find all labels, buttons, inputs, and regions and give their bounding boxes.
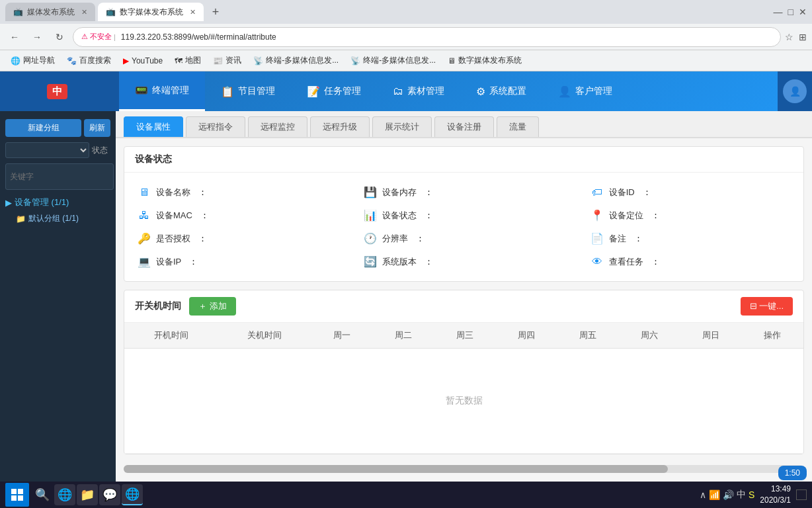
sidebar: 新建分组 刷新 状态 搜索 ▶ 设备管理 (1/1) 📁 <box>0 111 116 482</box>
back-button[interactable]: ← <box>5 28 24 46</box>
bookmark-wangzhi[interactable]: 🌐 网址导航 <box>5 52 60 69</box>
bookmarks-bar: 🌐 网址导航 🐾 百度搜索 ▶ YouTube 🗺 地图 📰 资讯 📡 终端-多… <box>0 50 812 71</box>
group-expand-icon: ▶ <box>5 198 12 208</box>
new-group-button[interactable]: 新建分组 <box>5 119 81 137</box>
address-bar[interactable]: ⚠ 不安全 | 119.23.220.53:8899/web/#/termina… <box>73 27 781 47</box>
field-system-version: 🔄 系统版本 ： <box>350 250 577 273</box>
colon-1: ： <box>198 187 207 198</box>
tab-bar: 📺 媒体发布系统 ✕ 📺 数字媒体发布系统 ✕ + — □ ✕ <box>0 0 812 24</box>
bookmark-digital-media[interactable]: 🖥 数字媒体发布系统 <box>442 52 527 69</box>
sidebar-item-default-group[interactable]: 📁 默认分组 (1/1) <box>5 211 110 226</box>
device-status-grid: 🖥 设备名称 ： 💾 设备内存 ： 🏷 设备ID ： <box>124 173 803 281</box>
network-icon[interactable]: 📶 <box>709 489 720 500</box>
volume-icon[interactable]: 🔊 <box>723 489 734 500</box>
bookmark-baidu[interactable]: 🐾 百度搜索 <box>61 52 116 69</box>
search-input[interactable] <box>5 163 114 190</box>
device-ip-icon: 💻 <box>138 255 151 268</box>
nav-tab-task[interactable]: 📝 任务管理 <box>291 71 377 111</box>
content-area: 设备属性 远程指令 远程监控 远程升级 展示统计 设备注册 流量 设备状态 🖥 … <box>116 111 812 482</box>
th-mon: 周一 <box>311 323 373 349</box>
nav-tab-sysconfig[interactable]: ⚙ 系统配置 <box>460 71 542 111</box>
taskbar-clock[interactable]: 13:49 2020/3/1 <box>760 484 791 506</box>
ime-icon[interactable]: S <box>749 489 754 500</box>
sysconfig-icon: ⚙ <box>476 85 485 98</box>
power-schedule-title: 开关机时间 <box>135 300 181 312</box>
sub-tab-device-attr[interactable]: 设备属性 <box>124 116 183 137</box>
sub-tab-remote-cmd[interactable]: 远程指令 <box>186 116 245 137</box>
address-bar-row: ← → ↻ ⚠ 不安全 | 119.23.220.53:8899/web/#/t… <box>0 24 812 50</box>
taskbar-right: ∧ 📶 🔊 中 S 13:49 2020/3/1 <box>700 484 807 506</box>
bookmark-baidu-icon: 🐾 <box>67 56 77 65</box>
bookmark-terminal1[interactable]: 📡 终端-多媒体信息发... <box>248 52 344 69</box>
nav-tab-program-label: 节目管理 <box>238 85 275 97</box>
taskbar-wechat[interactable]: 💬 <box>99 484 120 505</box>
taskbar-search[interactable]: 🔍 <box>32 484 53 505</box>
taskbar-task-view[interactable]: 🌐 <box>54 484 75 505</box>
colon-2: ： <box>425 187 433 198</box>
device-management-group[interactable]: ▶ 设备管理 (1/1) <box>5 196 110 208</box>
field-device-ip: 💻 设备IP ： <box>124 250 350 273</box>
delete-all-button[interactable]: ⊟ 一键... <box>741 297 793 316</box>
th-thu: 周四 <box>496 323 557 349</box>
th-operation: 操作 <box>742 323 803 349</box>
power-schedule-header: 开关机时间 ＋ 添加 ⊟ 一键... <box>124 290 803 323</box>
tray-expand-icon[interactable]: ∧ <box>700 489 706 500</box>
bookmark-news-label: 资讯 <box>225 55 241 66</box>
tab-2-close[interactable]: ✕ <box>190 8 196 17</box>
tab-1-close[interactable]: ✕ <box>81 8 87 17</box>
clock-time: 13:49 <box>760 484 791 495</box>
security-warning: ⚠ 不安全 | <box>81 32 116 42</box>
system-version-icon: 🔄 <box>364 255 377 268</box>
refresh-button[interactable]: 刷新 <box>84 119 110 137</box>
nav-tab-terminal[interactable]: 📟 终端管理 <box>119 71 205 111</box>
empty-data-text: 暂无数据 <box>132 355 795 446</box>
close-button[interactable]: ✕ <box>799 7 807 17</box>
reload-button[interactable]: ↻ <box>50 28 69 46</box>
sub-tab-display-stats[interactable]: 展示统计 <box>372 116 432 137</box>
taskbar-file-explorer[interactable]: 📁 <box>77 484 98 505</box>
tab-2[interactable]: 📺 数字媒体发布系统 ✕ <box>98 3 204 21</box>
top-nav: 中 📟 终端管理 📋 节目管理 📝 任务管理 🗂 素材管理 ⚙ 系统配置 <box>0 71 812 111</box>
input-method[interactable]: 中 <box>737 489 746 501</box>
new-tab-button[interactable]: + <box>206 3 225 21</box>
notification-bubble: 1:50 <box>778 466 807 480</box>
sub-tab-remote-upgrade[interactable]: 远程升级 <box>310 116 370 137</box>
nav-tab-program[interactable]: 📋 节目管理 <box>205 71 291 111</box>
tab-1-label: 媒体发布系统 <box>27 7 75 18</box>
extensions-icon[interactable]: ⊞ <box>799 32 807 42</box>
security-label: 不安全 <box>90 32 112 42</box>
device-status-card: 设备状态 🖥 设备名称 ： 💾 设备内存 ： <box>124 146 804 282</box>
sub-tab-device-reg[interactable]: 设备注册 <box>434 116 494 137</box>
bookmark-star[interactable]: ☆ <box>785 32 793 42</box>
subgroup-icon: 📁 <box>16 214 26 224</box>
th-shutdown-time: 关机时间 <box>218 323 311 349</box>
bookmark-youtube[interactable]: ▶ YouTube <box>118 54 168 68</box>
field-device-location: 📍 设备定位 ： <box>577 204 803 227</box>
forward-button[interactable]: → <box>28 28 46 46</box>
tab-1-favicon: 📺 <box>13 7 23 17</box>
tray-icons: ∧ 📶 🔊 中 S <box>700 489 754 501</box>
bookmark-map[interactable]: 🗺 地图 <box>169 52 206 69</box>
start-button[interactable] <box>5 483 29 507</box>
bookmark-news[interactable]: 📰 资讯 <box>208 52 247 69</box>
taskbar-chrome[interactable]: 🌐 <box>122 484 143 505</box>
add-schedule-button[interactable]: ＋ 添加 <box>189 297 236 316</box>
sub-tab-remote-monitor[interactable]: 远程监控 <box>248 116 307 137</box>
colon-12: ： <box>651 256 660 268</box>
resolution-label: 分辨率 <box>382 233 408 245</box>
nav-tab-customer[interactable]: 👤 客户管理 <box>542 71 628 111</box>
device-filter-select[interactable] <box>5 142 89 158</box>
maximize-button[interactable]: □ <box>788 7 793 17</box>
sub-tab-traffic[interactable]: 流量 <box>497 116 539 137</box>
terminal-icon: 📟 <box>135 84 148 97</box>
top-nav-user[interactable]: 👤 <box>778 71 812 111</box>
horizontal-scrollbar[interactable] <box>124 465 804 473</box>
field-device-status: 📊 设备状态 ： <box>350 204 577 227</box>
field-authorized: 🔑 是否授权 ： <box>124 227 350 250</box>
tab-1[interactable]: 📺 媒体发布系统 ✕ <box>5 3 95 21</box>
notification-center[interactable] <box>796 489 807 500</box>
nav-tab-material[interactable]: 🗂 素材管理 <box>377 71 460 111</box>
minimize-button[interactable]: — <box>774 7 783 17</box>
field-view-task: 👁 查看任务 ： <box>577 250 803 273</box>
bookmark-terminal2[interactable]: 📡 终端-多媒体信息发... <box>345 52 441 69</box>
